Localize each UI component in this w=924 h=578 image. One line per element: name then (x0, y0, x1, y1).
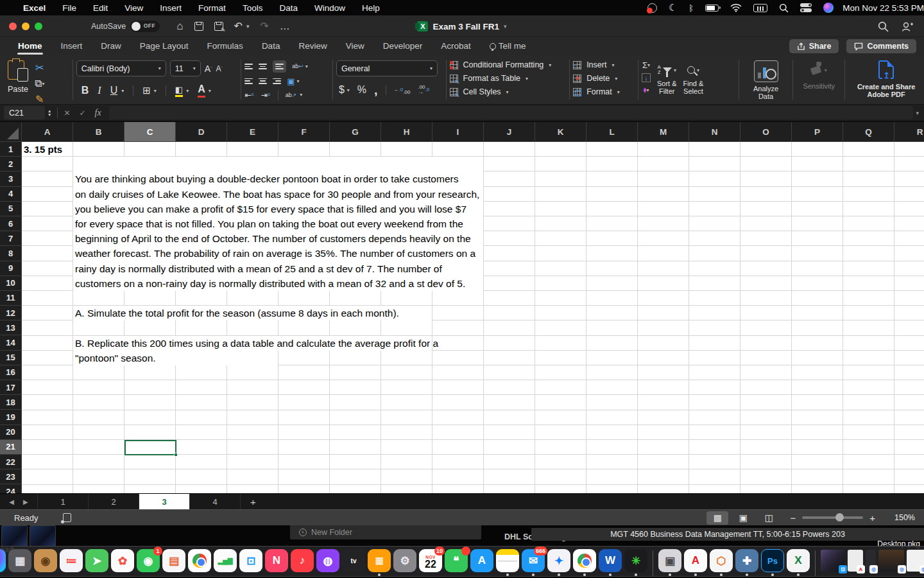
undo-chevron-icon[interactable]: ▾ (246, 23, 250, 30)
cell-B8[interactable]: weather forecast. The probability of rai… (75, 246, 475, 261)
moon-icon[interactable]: ☾ (669, 2, 677, 13)
menu-tools[interactable]: Tools (243, 3, 263, 13)
menu-insert[interactable]: Insert (160, 3, 182, 13)
cell-B9[interactable]: rainy day is normally distributed with a… (75, 261, 442, 276)
select-all-corner[interactable] (0, 122, 22, 142)
align-left-button[interactable] (244, 77, 253, 85)
maps[interactable]: ➤ (85, 549, 108, 572)
orientation-button[interactable]: ab↗ (286, 92, 297, 98)
cell-B12[interactable]: A. Simulate the total profit for the sea… (75, 306, 399, 320)
row-header-23[interactable]: 23 (0, 469, 21, 484)
tab-insert[interactable]: Insert (60, 39, 83, 55)
align-top-button[interactable] (244, 62, 253, 71)
column-header-L[interactable]: L (586, 122, 638, 141)
menu-format[interactable]: Format (198, 3, 226, 13)
window-thumb-5[interactable]: ◎ (907, 549, 924, 572)
search-icon[interactable] (878, 21, 889, 32)
row-header-11[interactable]: 11 (0, 291, 21, 306)
battery-icon[interactable] (705, 4, 719, 12)
menu-edit[interactable]: Edit (93, 3, 108, 13)
siri-icon[interactable] (823, 3, 834, 13)
row-header-12[interactable]: 12 (0, 306, 21, 320)
tableau-prep[interactable]: ⬡ (710, 549, 733, 576)
undo-icon[interactable]: ↶ (234, 20, 243, 32)
tab-tell-me[interactable]: Tell me (489, 39, 527, 55)
column-header-P[interactable]: P (792, 122, 843, 141)
tab-view[interactable]: View (345, 39, 365, 55)
control-center-icon[interactable] (800, 3, 812, 12)
menu-view[interactable]: View (124, 3, 143, 13)
books[interactable]: ≣ (368, 549, 391, 576)
italic-button[interactable]: I (98, 85, 101, 96)
insert-function-icon[interactable]: fx (95, 108, 101, 118)
zoom-percent[interactable]: 150% (889, 513, 915, 522)
row-header-1[interactable]: 1 (0, 142, 21, 157)
row-header-16[interactable]: 16 (0, 365, 21, 380)
row-header-14[interactable]: 14 (0, 335, 21, 350)
row-header-9[interactable]: 9 (0, 261, 21, 276)
save-as-icon[interactable] (214, 22, 223, 31)
row-header-21[interactable]: 21 (0, 440, 21, 455)
format-as-table-button[interactable]: Format as Table▾ (450, 74, 567, 83)
share-people-icon[interactable] (902, 21, 914, 32)
page-layout-view-button[interactable]: ▣ (732, 511, 754, 525)
column-header-C[interactable]: C (124, 122, 176, 141)
minimize-window-button[interactable] (22, 22, 30, 30)
column-header-Q[interactable]: Q (843, 122, 894, 141)
fill-button[interactable]: ↓ (642, 73, 651, 82)
next-sheet-icon[interactable]: ▶ (23, 498, 28, 505)
decrease-font-icon[interactable]: Aˇ (216, 64, 222, 73)
photos[interactable]: ✿ (111, 549, 134, 572)
find-select-button[interactable]: ▾ Find &Select (683, 60, 704, 95)
conditional-formatting-button[interactable]: Conditional Formatting▾ (450, 60, 567, 69)
column-header-G[interactable]: G (330, 122, 381, 141)
cisco-vpn[interactable]: ✳ (624, 549, 647, 576)
screen-record-icon[interactable] (647, 3, 657, 13)
selected-cell-C21[interactable] (124, 440, 176, 455)
column-header-J[interactable]: J (484, 122, 535, 141)
sheet-tab-3[interactable]: 3 (139, 494, 189, 509)
font-name-select[interactable]: Calibri (Body)▾ (76, 60, 166, 76)
bluetooth-icon[interactable]: ᛒ (689, 3, 694, 13)
row-header-7[interactable]: 7 (0, 231, 21, 246)
row-header-24[interactable]: 24 (0, 484, 21, 493)
autosave-toggle[interactable]: OFF (130, 21, 160, 32)
cancel-icon[interactable]: ✕ (64, 109, 70, 118)
row-header-15[interactable]: 15 (0, 351, 21, 365)
align-middle-button[interactable] (259, 62, 267, 71)
create-adobe-pdf-button[interactable]: Create and ShareAdobe PDF (848, 55, 924, 104)
redo-icon[interactable]: ↷ (260, 20, 268, 32)
mail[interactable]: ✉666 (522, 549, 545, 576)
course-window-fragment[interactable]: MGT 4560 Business Data Management TT, 5:… (531, 528, 924, 541)
column-header-H[interactable]: H (381, 122, 432, 141)
row-header-20[interactable]: 20 (0, 425, 21, 440)
decrease-indent-button[interactable]: ⇤≡ (244, 91, 254, 100)
column-header-N[interactable]: N (689, 122, 740, 141)
analyze-data-button[interactable]: AnalyzeData (742, 55, 790, 104)
window-thumb-3[interactable]: ◎ (866, 549, 876, 572)
zoom-out-button[interactable]: − (790, 512, 796, 523)
scanner-icon[interactable] (753, 4, 767, 12)
tab-data[interactable]: Data (261, 39, 281, 55)
column-header-F[interactable]: F (278, 122, 330, 141)
column-header-A[interactable]: A (22, 122, 73, 141)
messages[interactable]: ❝ (445, 549, 468, 572)
insert-cells-button[interactable]: Insert▾ (573, 60, 635, 69)
menu-excel[interactable]: Excel (23, 3, 46, 13)
row-header-10[interactable]: 10 (0, 276, 21, 291)
row-header-18[interactable]: 18 (0, 395, 21, 410)
cell-B14[interactable]: B. Replicate this 200 times using a data… (75, 336, 438, 351)
zoom-slider[interactable] (802, 516, 863, 519)
column-header-I[interactable]: I (432, 122, 484, 141)
zoom-window-button[interactable] (35, 22, 42, 30)
wifi-icon[interactable] (730, 3, 742, 12)
window-thumb-2[interactable]: A (848, 549, 863, 572)
row-header-17[interactable]: 17 (0, 380, 21, 395)
prev-sheet-icon[interactable]: ◀ (9, 498, 14, 505)
siri[interactable] (0, 549, 6, 572)
name-box-stepper[interactable]: ▲▼ (47, 109, 51, 117)
align-center-button[interactable] (259, 77, 267, 85)
more-commands-icon[interactable]: … (280, 21, 291, 32)
tab-developer[interactable]: Developer (382, 39, 424, 55)
save-icon[interactable] (194, 22, 203, 31)
